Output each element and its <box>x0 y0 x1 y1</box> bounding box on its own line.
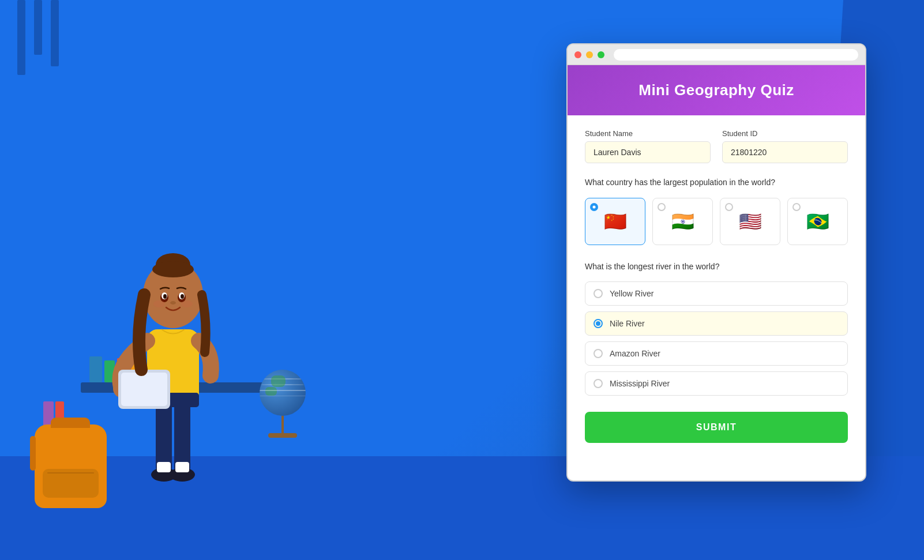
student-id-group: Student ID <box>722 129 848 163</box>
lamp-3 <box>51 0 59 66</box>
student-id-input[interactable] <box>722 141 848 163</box>
globe-stand <box>281 416 284 433</box>
svg-point-13 <box>152 261 194 277</box>
flag-option-china[interactable]: 🇨🇳 <box>585 198 645 245</box>
student-character <box>81 174 265 508</box>
strap-left <box>30 436 36 471</box>
lamp-1 <box>17 0 25 75</box>
lamp-group <box>17 0 59 75</box>
question2-text: What is the longest river in the world? <box>585 261 848 273</box>
river-options: Yellow River Nile River Amazon River Mis… <box>585 281 848 396</box>
lamp-2 <box>34 0 42 55</box>
flag-usa: 🇺🇸 <box>734 205 767 238</box>
student-name-label: Student Name <box>585 129 711 138</box>
quiz-body: Student Name Student ID What country has… <box>568 115 865 479</box>
svg-rect-4 <box>157 462 171 472</box>
question1-text: What country has the largest population … <box>585 177 848 189</box>
student-name-group: Student Name <box>585 129 711 163</box>
river-label-yellow: Yellow River <box>610 289 654 298</box>
river-label-mississippi: Mississippi River <box>610 379 670 388</box>
river-radio-nile <box>594 319 603 328</box>
flag-radio-india <box>658 203 666 211</box>
browser-window: Mini Geography Quiz Student Name Student… <box>566 43 866 482</box>
backpack-handle <box>51 418 90 428</box>
river-option-nile[interactable]: Nile River <box>585 311 848 336</box>
flag-option-brazil[interactable]: 🇧🇷 <box>787 198 848 245</box>
student-id-label: Student ID <box>722 129 848 138</box>
backpack-pocket <box>43 469 99 498</box>
backpack <box>35 401 107 508</box>
traffic-light-green[interactable] <box>598 51 604 58</box>
quiz-header: Mini Geography Quiz <box>568 65 865 115</box>
globe-sphere <box>260 370 306 416</box>
flag-radio-brazil <box>792 203 801 211</box>
river-option-amazon[interactable]: Amazon River <box>585 341 848 366</box>
flag-brazil: 🇧🇷 <box>802 205 834 238</box>
student-info: Student Name Student ID <box>585 129 848 163</box>
svg-point-20 <box>153 300 165 307</box>
flag-option-usa[interactable]: 🇺🇸 <box>720 198 780 245</box>
backpack-zipper <box>47 472 94 473</box>
river-label-nile: Nile River <box>610 319 645 328</box>
flag-option-india[interactable]: 🇮🇳 <box>652 198 713 245</box>
river-radio-amazon <box>594 349 603 358</box>
svg-point-21 <box>181 300 193 307</box>
browser-titlebar <box>568 44 865 65</box>
traffic-light-yellow[interactable] <box>586 51 593 58</box>
submit-button[interactable]: SUBMIT <box>585 412 848 443</box>
river-option-mississippi[interactable]: Mississippi River <box>585 371 848 396</box>
quiz-title: Mini Geography Quiz <box>579 81 854 99</box>
flag-india: 🇮🇳 <box>667 205 699 238</box>
flag-radio-usa <box>725 203 733 211</box>
backpack-body <box>35 424 107 508</box>
traffic-light-red[interactable] <box>574 51 581 58</box>
svg-rect-10 <box>121 373 167 406</box>
svg-point-19 <box>181 294 184 299</box>
flag-options: 🇨🇳 🇮🇳 🇺🇸 🇧🇷 <box>585 198 848 245</box>
svg-point-22 <box>170 301 176 305</box>
river-label-amazon: Amazon River <box>610 349 660 358</box>
url-bar[interactable] <box>614 49 858 61</box>
flag-radio-china <box>590 203 598 211</box>
flag-china: 🇨🇳 <box>599 205 632 238</box>
svg-rect-5 <box>175 462 189 472</box>
river-option-yellow[interactable]: Yellow River <box>585 281 848 306</box>
globe-base <box>268 433 297 438</box>
svg-point-18 <box>163 294 167 299</box>
student-name-input[interactable] <box>585 141 711 163</box>
river-radio-yellow <box>594 289 603 298</box>
river-radio-mississippi <box>594 379 603 388</box>
